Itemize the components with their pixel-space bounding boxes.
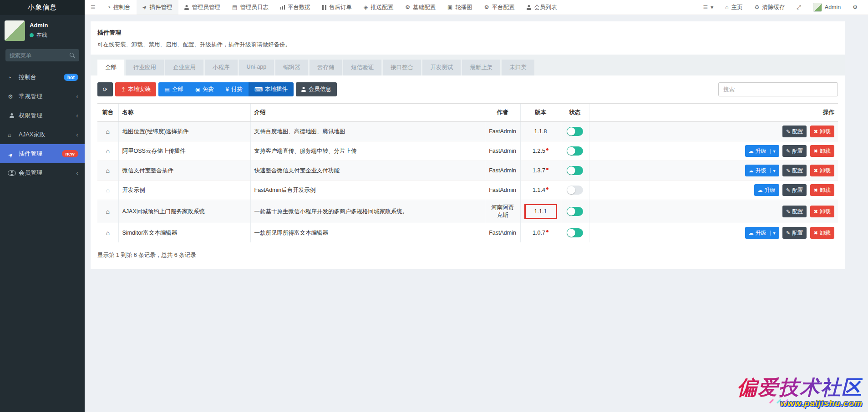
pencil-icon: ✎ [786, 230, 790, 236]
uninstall-button[interactable]: ✖卸载 [810, 126, 834, 137]
plugin-intro: 支持百度地图、高德地图、腾讯地图 [250, 122, 485, 141]
enable-toggle[interactable] [567, 228, 583, 237]
sidebar-toggle-button[interactable]: ☰ [85, 0, 102, 15]
tab-enterprise[interactable]: 企业应用 [165, 60, 203, 75]
uninstall-button[interactable]: ✖卸载 [810, 184, 834, 196]
uninstall-button[interactable]: ✖卸载 [810, 227, 834, 239]
local-install-button[interactable]: ↥本地安装 [115, 82, 156, 96]
nav-item-admin-logs[interactable]: ▤管理员日志 [226, 0, 274, 15]
nav-item-push-config[interactable]: ◈推送配置 [358, 0, 399, 15]
plugin-version: 1.2.5 [520, 141, 561, 161]
tab-miniprogram[interactable]: 小程序 [205, 60, 238, 75]
tab-dev-test[interactable]: 开发测试 [422, 60, 461, 75]
uninstall-button[interactable]: ✖卸载 [810, 145, 834, 157]
plugin-manage-panel: 插件管理 可在线安装、卸载、禁用、启用、配置、升级插件，插件升级前请做好备份。 … [91, 21, 845, 269]
sidebar-item-members[interactable]: 会员管理 ‹ [0, 163, 85, 182]
config-button[interactable]: ✎配置 [782, 206, 807, 217]
sidebar-item-general[interactable]: ⚙ 常规管理 ‹ [0, 87, 85, 106]
tab-sms[interactable]: 短信验证 [343, 60, 381, 75]
upgrade-dropdown-button[interactable]: ☁升级▾ [745, 145, 779, 157]
filter-local-plugins[interactable]: ⌨本地插件 [249, 82, 294, 96]
tab-all[interactable]: 全部 [97, 60, 124, 75]
tab-industry[interactable]: 行业应用 [126, 60, 164, 75]
filter-group: ▤全部 ◉免费 ¥付费 ⌨本地插件 [158, 82, 294, 96]
enable-toggle[interactable] [567, 166, 583, 175]
user-menu[interactable]: Admin [807, 0, 847, 15]
cloud-icon: ☁ [749, 168, 754, 174]
gears-icon: ⚙ [8, 93, 16, 100]
coin-icon: ◉ [195, 86, 200, 93]
nav-item-carousel[interactable]: ▣轮播图 [442, 0, 478, 15]
nav-item-member-list[interactable]: 会员列表 [521, 0, 563, 15]
config-button[interactable]: ✎配置 [782, 145, 807, 157]
member-info-button[interactable]: 会员信息 [296, 82, 337, 96]
chevron-left-icon: ‹ [76, 93, 78, 100]
tab-newest[interactable]: 最新上架 [462, 60, 500, 75]
front-home-icon: ⌂ [106, 167, 110, 174]
upgrade-dropdown-button[interactable]: ☁升级▾ [745, 227, 779, 239]
filter-paid[interactable]: ¥付费 [220, 82, 249, 96]
tab-api[interactable]: 接口整合 [383, 60, 421, 75]
sidebar-item-plugins[interactable]: ➤ 插件管理 new [0, 144, 85, 163]
update-dot [546, 168, 548, 170]
table-search-input[interactable] [718, 82, 838, 96]
uninstall-button[interactable]: ✖卸载 [810, 165, 834, 176]
version-highlight-box: 1.1.1 [524, 204, 557, 219]
plugin-intro: 一款所见即所得富文本编辑器 [250, 223, 485, 243]
config-button[interactable]: ✎配置 [782, 126, 807, 137]
gear-icon: ⚙ [405, 4, 410, 10]
clear-cache-button[interactable]: ♻清除缓存 [748, 0, 791, 15]
update-dot [546, 230, 548, 232]
user-circle-icon [8, 170, 16, 176]
plugin-name: AJAX同城预约上门服务家政系统 [118, 200, 250, 223]
nav-item-platform-data[interactable]: 平台数据 [274, 0, 316, 15]
enable-toggle[interactable] [567, 127, 583, 136]
tab-editor[interactable]: 编辑器 [275, 60, 308, 75]
sidebar-item-dashboard[interactable]: ◔ 控制台 hot [0, 68, 85, 87]
cloud-icon: ☁ [758, 187, 763, 193]
plugin-intro: FastAdmin后台开发示例 [250, 181, 485, 200]
col-front: 前台 [97, 104, 118, 122]
filter-all[interactable]: ▤全部 [158, 82, 189, 96]
x-icon: ✖ [814, 148, 818, 154]
config-button[interactable]: ✎配置 [782, 184, 807, 196]
home-link[interactable]: ⌂主页 [719, 0, 748, 15]
menu-search-input[interactable] [10, 52, 70, 59]
config-button[interactable]: ✎配置 [782, 165, 807, 176]
image-icon: ▣ [447, 4, 452, 10]
filter-free[interactable]: ◉免费 [189, 82, 220, 96]
uninstall-button[interactable]: ✖卸载 [810, 206, 834, 217]
nav-item-plugins[interactable]: ➤插件管理 [137, 0, 178, 15]
main-content: 插件管理 可在线安装、卸载、禁用、启用、配置、升级插件，插件升级前请做好备份。 … [85, 15, 868, 412]
tab-uniapp[interactable]: Uni-app [239, 60, 274, 75]
page-subtitle: 可在线安装、卸载、禁用、启用、配置、升级插件，插件升级前请做好备份。 [97, 41, 838, 49]
config-button[interactable]: ✎配置 [782, 227, 807, 239]
plugin-author: FastAdmin [485, 122, 520, 141]
col-intro: 介绍 [250, 104, 485, 122]
pencil-icon: ✎ [786, 168, 790, 174]
tab-cloud-storage[interactable]: 云存储 [310, 60, 342, 75]
chevron-left-icon: ‹ [76, 131, 78, 138]
refresh-button[interactable]: ⟳ [97, 82, 113, 96]
nav-item-after-sale-orders[interactable]: 售后订单 [316, 0, 358, 15]
col-name: 名称 [118, 104, 250, 122]
settings-button[interactable]: ⚙ [847, 0, 863, 15]
more-menus-dropdown[interactable]: ☰▾ [697, 0, 719, 15]
nav-item-platform-config[interactable]: ⚙平台配置 [478, 0, 521, 15]
sidebar-item-auth[interactable]: 权限管理 ‹ [0, 106, 85, 125]
enable-toggle[interactable] [567, 186, 583, 195]
brand-logo[interactable]: 小象信息 [0, 0, 85, 15]
nav-item-dashboard[interactable]: ◔控制台 [102, 0, 137, 15]
enable-toggle[interactable] [567, 146, 583, 156]
caret-down-icon: ▾ [770, 231, 776, 236]
upgrade-button[interactable]: ☁升级 [754, 184, 779, 196]
nav-item-base-config[interactable]: ⚙基础配置 [399, 0, 442, 15]
enable-toggle[interactable] [567, 207, 583, 216]
caret-down-icon: ▾ [711, 4, 713, 10]
upgrade-dropdown-button[interactable]: ☁升级▾ [745, 165, 779, 176]
nav-item-admins[interactable]: 管理员管理 [178, 0, 227, 15]
fullscreen-button[interactable]: ⤢ [791, 0, 807, 15]
plugin-name: 地图位置(经纬度)选择插件 [118, 122, 250, 141]
tab-uncategorized[interactable]: 未归类 [502, 60, 534, 75]
sidebar-item-ajax-housekeeping[interactable]: ⌂ AJAX家政 ‹ [0, 125, 85, 144]
